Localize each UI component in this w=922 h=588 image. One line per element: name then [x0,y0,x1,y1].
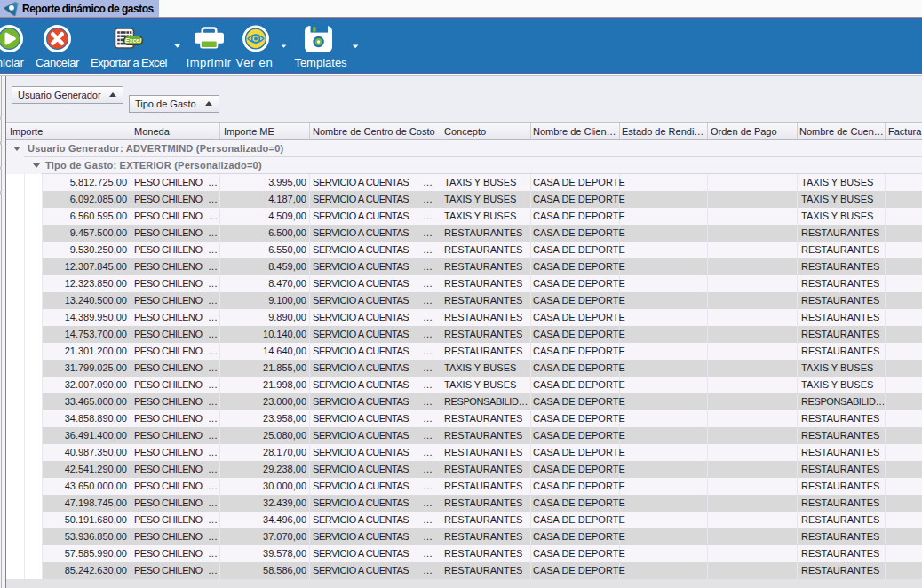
svg-text:Excel: Excel [125,37,142,44]
